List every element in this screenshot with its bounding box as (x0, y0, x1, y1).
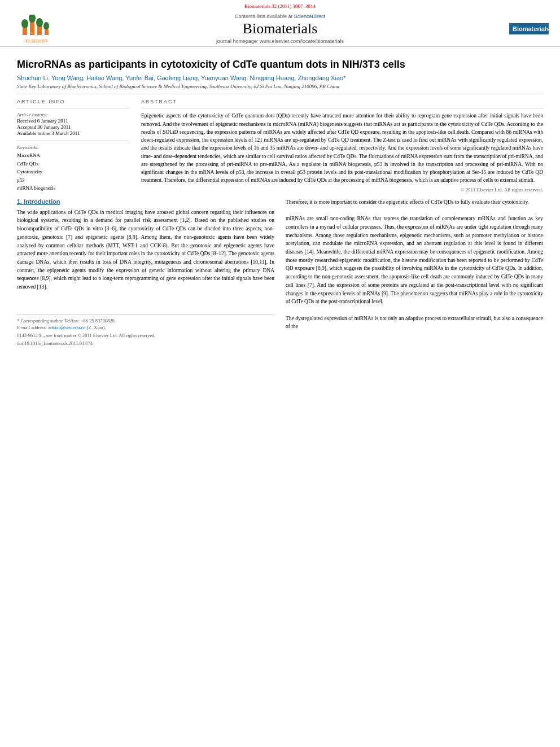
doi-line: doi:10.1016/j.biomaterials.2011.01.074 (17, 340, 274, 346)
journal-title: Biomaterials (62, 20, 498, 37)
section1-right-text: Therefore, it is more important to consi… (286, 198, 543, 331)
keywords-divider (17, 141, 130, 141)
elsevier-text: ELSEVIER (25, 38, 47, 43)
keyword-3: Cytotoxicity (17, 168, 130, 176)
journal-meta: ELSEVIER Contents lists available at Sci… (11, 11, 549, 46)
contents-line: Contents lists available at ScienceDirec… (62, 14, 498, 19)
available-date: Available online 3 March 2011 (17, 130, 130, 136)
elsevier-tree-icon (20, 15, 54, 37)
article-info-label: article info (17, 99, 130, 104)
body-right-column: Therefore, it is more important to consi… (286, 198, 543, 346)
body-left-column: 1. Introduction The wide applications of… (17, 198, 274, 346)
journal-homepage: journal homepage: www.elsevier.com/locat… (62, 38, 498, 44)
email-suffix: (Z. Xiao). (87, 325, 106, 330)
svg-point-5 (36, 18, 43, 27)
section1-heading: 1. Introduction (17, 198, 274, 205)
section1-left-text: The wide applications of CdTe QDs in med… (17, 208, 274, 291)
abstract-column: abstract Epigenetic aspects of the cytot… (141, 99, 543, 192)
history-label: Article history: (17, 112, 130, 117)
keywords-label: Keywords: (17, 145, 130, 150)
corresponding-note: * Corresponding author. Tel/fax: +86 25 … (17, 318, 274, 324)
footer-divider (17, 314, 274, 314)
keywords-list: MicroRNA CdTe QDs Cytotoxicity p53 miRNA… (17, 151, 130, 192)
abstract-label: abstract (141, 99, 543, 104)
svg-point-6 (43, 22, 49, 30)
body-content: 1. Introduction The wide applications of… (17, 198, 543, 346)
abstract-divider (141, 108, 543, 108)
article-title: MicroRNAs as participants in cytotoxicit… (17, 58, 543, 71)
issn-line: 0142-9612/$ – see front matter © 2011 El… (17, 333, 274, 338)
sciencedirect-link[interactable]: ScienceDirect (294, 14, 326, 19)
journal-header: Biomaterials 32 (2011) 3807–3814 (0, 0, 560, 47)
divider (17, 94, 543, 94)
received-date: Received 6 January 2011 (17, 118, 130, 124)
article-info-column: article info Article history: Received 6… (17, 99, 130, 192)
email-note: E-mail address: zdxiao@seu.edu.cn (Z. Xi… (17, 325, 274, 330)
abstract-text: Epigenetic aspects of the cytotoxicity o… (141, 112, 543, 184)
article-content: MicroRNAs as participants in cytotoxicit… (0, 47, 560, 352)
journal-ref: Biomaterials 32 (2011) 3807–3814 (11, 3, 549, 9)
footer-section: * Corresponding author. Tel/fax: +86 25 … (17, 314, 274, 346)
keyword-2: CdTe QDs (17, 160, 130, 168)
accepted-date: Accepted 30 January 2011 (17, 124, 130, 130)
keyword-1: MicroRNA (17, 151, 130, 159)
journal-logo-right: Biomaterials (498, 23, 549, 34)
article-authors: Shuchun Li, Yong Wang, Haitao Wang, Yunf… (17, 75, 543, 81)
article-info-abstract: article info Article history: Received 6… (17, 99, 543, 192)
keyword-4: p53 (17, 176, 130, 184)
info-divider (17, 108, 130, 108)
email-address: zdxiao@seu.edu.cn (48, 325, 85, 330)
email-label: E-mail address: (17, 325, 47, 330)
article-history: Article history: Received 6 January 2011… (17, 112, 130, 136)
svg-point-3 (21, 19, 28, 28)
copyright-line: © 2011 Elsevier Ltd. All rights reserved… (141, 187, 543, 193)
svg-rect-7 (45, 29, 49, 35)
journal-center: Contents lists available at ScienceDirec… (62, 14, 498, 44)
biomaterials-badge: Biomaterials (509, 23, 549, 34)
page-wrapper: Biomaterials 32 (2011) 3807–3814 (0, 0, 560, 747)
svg-point-4 (29, 15, 36, 23)
article-affiliation: State Key Laboratory of Bioelectronics, … (17, 84, 543, 89)
elsevier-logo-container: ELSEVIER (11, 15, 62, 43)
keyword-5: miRNA biogenesis (17, 184, 130, 192)
